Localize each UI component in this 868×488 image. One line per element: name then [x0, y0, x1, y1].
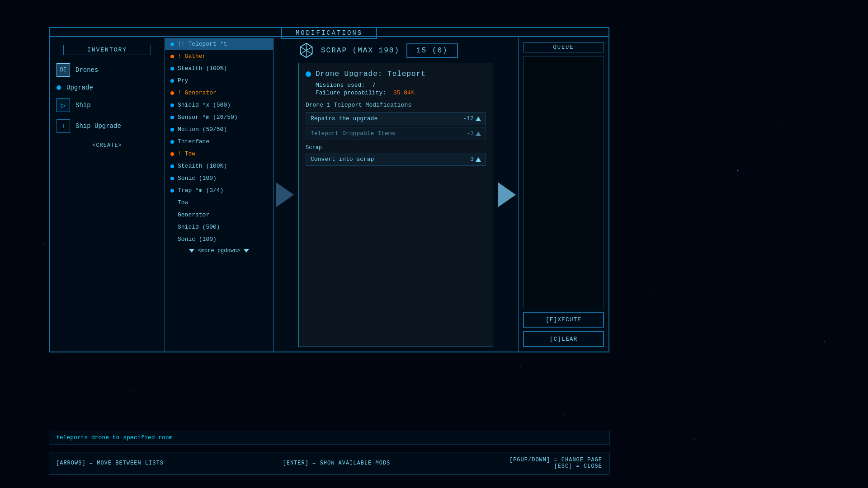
main-window: MODIFICATIONS INVENTORY DI Drones Upgrad…: [49, 27, 609, 352]
help-esc: [ESC] = CLOSE: [554, 463, 602, 469]
ship-icon: ▷: [57, 99, 70, 112]
nav-arrow-left[interactable]: [274, 38, 296, 352]
status-bar: teleports drone to specified room: [49, 431, 609, 445]
list-item-motion[interactable]: Motion (50/50): [165, 123, 273, 136]
mod-row-droppable[interactable]: Teleport Droppable Items -3: [306, 127, 486, 140]
upgrade-name: Drone Upgrade: Teleport: [316, 70, 426, 78]
item-dot: [170, 213, 174, 217]
item-dot: [170, 128, 174, 131]
item-dot: [170, 238, 174, 241]
help-enter: [ENTER] = SHOW AVAILABLE MODS: [283, 460, 390, 466]
scrap-section-label: Scrap: [306, 145, 486, 151]
mods-title: Drone 1 Teleport Modifications: [306, 102, 486, 108]
sidebar: INVENTORY DI Drones Upgrade ▷ Ship: [50, 38, 165, 352]
list-item-generator[interactable]: ! Generator: [165, 87, 273, 99]
help-right: [PGUP/DOWN] = CHANGE PAGE [ESC] = CLOSE: [509, 457, 602, 469]
failure-label: Failure probability:: [316, 89, 386, 96]
scrap-cost-icon: [476, 131, 481, 136]
upgrade-dot-icon: [306, 71, 311, 77]
status-text: teleports drone to specified room: [56, 434, 172, 441]
content-area: INVENTORY DI Drones Upgrade ▷ Ship: [50, 38, 609, 352]
list-item-interface[interactable]: Interface: [165, 136, 273, 148]
mod-row-repairs[interactable]: Repairs the upgrade -12: [306, 112, 486, 125]
window-title: MODIFICATIONS: [296, 29, 363, 37]
mod-name: Repairs the upgrade: [311, 115, 377, 122]
queue-area: [523, 56, 604, 308]
scrap-action-name: Convert into scrap: [311, 156, 374, 163]
upgrade-icon: [57, 85, 61, 90]
item-list: !! Teleport *t ! Gather Stealth (100%) P…: [165, 38, 274, 352]
more-indicator: <more pgdown>: [165, 245, 273, 256]
list-item-shield2[interactable]: Shield (500): [165, 221, 273, 233]
list-item-pry[interactable]: Pry: [165, 75, 273, 87]
list-item-stealth2[interactable]: Stealth (100%): [165, 160, 273, 172]
sidebar-item-ship-upgrade[interactable]: ⬆ Ship Upgrade: [50, 116, 165, 136]
item-dot: [170, 79, 174, 83]
item-dot: [170, 116, 174, 119]
right-arrow-icon[interactable]: [498, 182, 516, 207]
scrap-action-cost: 3: [470, 156, 481, 163]
ship-upgrade-label: Ship Upgrade: [75, 122, 121, 130]
item-dot: [170, 201, 174, 205]
missions-row: Missions used: 7: [316, 82, 486, 89]
scrap-value: 15 (0): [406, 43, 458, 58]
chevron-left-icon: [189, 249, 194, 253]
left-arrow-icon[interactable]: [276, 182, 294, 207]
inventory-label: INVENTORY: [63, 45, 151, 55]
item-dot: [170, 55, 174, 58]
scrap-label: SCRAP (MAX 190): [321, 47, 400, 55]
list-item-gather[interactable]: ! Gather: [165, 50, 273, 62]
upgrade-title-row: Drone Upgrade: Teleport: [306, 70, 486, 78]
missions-label: Missions used:: [316, 82, 365, 89]
ship-label: Ship: [75, 102, 91, 109]
top-divider: [50, 36, 609, 37]
list-item-teleport[interactable]: !! Teleport *t: [165, 38, 273, 50]
create-button[interactable]: <CREATE>: [50, 139, 165, 152]
item-dot: [170, 225, 174, 229]
window-title-bar: MODIFICATIONS: [281, 27, 377, 39]
list-item-sensor[interactable]: Sensor *m (26/50): [165, 111, 273, 123]
help-pgupdown: [PGUP/DOWN] = CHANGE PAGE: [509, 457, 602, 463]
item-dot: [170, 140, 174, 144]
list-item-trap[interactable]: Trap *m (3/4): [165, 184, 273, 197]
item-dot: [170, 103, 174, 107]
mod-cost: -3: [467, 130, 481, 137]
item-dot: [170, 67, 174, 70]
missions-value: 7: [372, 82, 376, 89]
item-dot: [170, 91, 174, 95]
drones-icon: DI: [57, 63, 70, 77]
detail-section: SCRAP (MAX 190) 15 (0) Drone Upgrade: Te…: [296, 38, 495, 352]
sidebar-item-drones[interactable]: DI Drones: [50, 60, 165, 80]
execute-button[interactable]: [E]XECUTE: [523, 312, 604, 328]
nav-arrow-right[interactable]: [495, 38, 518, 352]
chevron-right-icon: [244, 249, 249, 253]
queue-label: QUEUE: [523, 42, 604, 52]
ship-upgrade-icon: ⬆: [57, 119, 70, 133]
mod-cost: -12: [463, 115, 481, 122]
item-dot: [170, 42, 174, 46]
clear-button[interactable]: [C]LEAR: [523, 331, 604, 347]
scrap-bar: SCRAP (MAX 190) 15 (0): [298, 42, 493, 58]
scrap-action-row[interactable]: Convert into scrap 3: [306, 153, 486, 166]
item-dot: [170, 189, 174, 192]
sidebar-item-upgrade[interactable]: Upgrade: [50, 80, 165, 95]
list-item-tow2[interactable]: Tow: [165, 197, 273, 209]
upgrade-stats: Missions used: 7 Failure probability: 35…: [316, 82, 486, 96]
drones-label: Drones: [75, 66, 98, 74]
item-dot: [170, 164, 174, 168]
list-item-shield[interactable]: Shield *x (500): [165, 99, 273, 111]
help-arrows: [ARROWS] = MOVE BETWEEN LISTS: [56, 460, 164, 466]
help-bar: [ARROWS] = MOVE BETWEEN LISTS [ENTER] = …: [49, 452, 609, 474]
list-item-sonic[interactable]: Sonic (100): [165, 172, 273, 184]
queue-panel: QUEUE [E]XECUTE [C]LEAR: [518, 38, 609, 352]
list-item-sonic2[interactable]: Sonic (100): [165, 233, 273, 245]
list-item-stealth1[interactable]: Stealth (100%): [165, 62, 273, 75]
mod-name: Teleport Droppable Items: [311, 130, 395, 137]
scrap-hex-icon: [298, 42, 314, 58]
sidebar-item-ship[interactable]: ▷ Ship: [50, 95, 165, 116]
scrap-cost-icon: [476, 117, 481, 121]
scrap-gain-icon: [476, 157, 481, 162]
list-item-tow1[interactable]: ! Tow: [165, 148, 273, 160]
detail-panel: Drone Upgrade: Teleport Missions used: 7…: [298, 63, 493, 347]
list-item-generator2[interactable]: Generator: [165, 209, 273, 221]
